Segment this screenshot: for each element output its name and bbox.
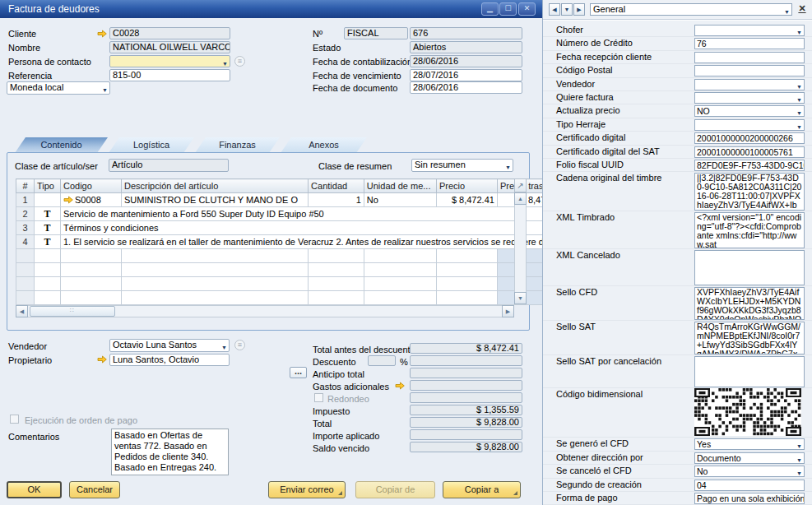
column-header[interactable]: Cantidad: [309, 179, 364, 193]
column-header[interactable]: Tipo: [35, 179, 61, 193]
tab-logistica[interactable]: Logística: [109, 137, 194, 153]
cell[interactable]: T: [35, 207, 61, 221]
cell[interactable]: [35, 193, 61, 207]
cell[interactable]: [436, 249, 497, 263]
field-input[interactable]: 82FD0E9F-F753-43D0-9C10-5A: [694, 160, 805, 171]
cell[interactable]: [16, 277, 35, 291]
field-dropdown[interactable]: No▼: [694, 466, 805, 477]
column-header[interactable]: #: [16, 179, 35, 193]
field-textarea[interactable]: ||3.2|82FD0E9F-F753-43D0-9C10-5A812C0A31…: [694, 173, 805, 211]
cell[interactable]: [121, 291, 308, 305]
cell[interactable]: [61, 249, 122, 263]
table-row[interactable]: 4T1. El servicio se realizará en el tall…: [16, 235, 557, 249]
cell[interactable]: $ 8,472.41: [436, 193, 497, 207]
field-input[interactable]: [694, 65, 805, 76]
field-input[interactable]: [694, 52, 805, 63]
cell[interactable]: T: [35, 235, 61, 249]
scroll-up-icon[interactable]: ▲: [514, 192, 527, 205]
copiar-a-button[interactable]: Copiar a: [443, 481, 521, 498]
field-textarea[interactable]: XVPFXhIaeyZhV3/TyE4AifWXcIbYLEHJDx+M5KYD…: [694, 287, 805, 320]
h-scrollbar-thumb[interactable]: ∷: [30, 306, 115, 317]
scroll-down-icon[interactable]: ▼: [514, 292, 527, 304]
link-arrow-icon[interactable]: [97, 30, 107, 38]
vendedor-dropdown[interactable]: Octavio Luna Santos▼: [109, 339, 230, 352]
table-row[interactable]: [16, 277, 557, 291]
field-textarea[interactable]: R4QsTmArroKGrWwGGM/mNPMEBptEKfJNI/8coI0r…: [694, 322, 805, 354]
field-dropdown[interactable]: Yes▼: [694, 438, 805, 450]
enviar-correo-button[interactable]: Enviar correo: [268, 481, 346, 498]
v-scrollbar[interactable]: [514, 192, 527, 304]
field-textarea[interactable]: <?xml version="1.0" encoding="utf-8"?><c…: [694, 212, 805, 248]
cell[interactable]: No: [364, 193, 436, 207]
grid-expand-icon[interactable]: ↗: [514, 178, 527, 192]
choose-from-list-icon[interactable]: ≡: [234, 340, 245, 350]
table-row[interactable]: 3TTérminos y condiciones: [16, 221, 557, 235]
prev-category-icon[interactable]: ◀: [549, 3, 560, 16]
close-panel-icon[interactable]: ✕: [795, 2, 810, 16]
field-input[interactable]: 20001000000100005761: [694, 146, 805, 158]
column-header[interactable]: Unidad de me...: [364, 179, 436, 193]
cell[interactable]: [61, 277, 122, 291]
cell[interactable]: [364, 249, 436, 263]
maximize-button[interactable]: ☐: [499, 2, 517, 16]
field-dropdown[interactable]: Documento▼: [694, 452, 805, 464]
cell[interactable]: Términos y condiciones: [61, 221, 557, 235]
propietario-field[interactable]: Luna Santos, Octavio: [109, 354, 230, 366]
cell[interactable]: 4: [16, 235, 35, 249]
field-textarea[interactable]: [694, 250, 805, 285]
cell[interactable]: [364, 291, 436, 305]
cell[interactable]: Servicio de mantenimiento a Ford 550 Sup…: [61, 207, 557, 221]
cell[interactable]: [61, 263, 122, 277]
cell[interactable]: [364, 263, 436, 277]
column-header[interactable]: Codigo: [61, 179, 122, 193]
table-row[interactable]: [16, 263, 557, 277]
cell[interactable]: [16, 249, 35, 263]
cell[interactable]: [35, 277, 61, 291]
clase-resumen-dropdown[interactable]: Sin resumen▼: [411, 159, 513, 172]
cell[interactable]: [61, 291, 122, 305]
cell[interactable]: T: [35, 221, 61, 235]
link-arrow-icon[interactable]: [97, 355, 107, 364]
referencia-field[interactable]: 815-00: [109, 69, 230, 81]
field-dropdown[interactable]: ▼: [694, 119, 805, 131]
link-arrow-icon[interactable]: [63, 196, 73, 204]
cell[interactable]: S0008: [61, 193, 122, 207]
link-arrow-icon[interactable]: [395, 382, 405, 390]
cell[interactable]: 3: [16, 221, 35, 235]
table-row[interactable]: [16, 291, 557, 305]
cell[interactable]: [364, 277, 436, 291]
field-input[interactable]: Pago en una sola exhibición: [694, 493, 805, 504]
cell[interactable]: 2: [16, 207, 35, 221]
cell[interactable]: [309, 291, 364, 305]
cell[interactable]: [16, 263, 35, 277]
cell[interactable]: SUMINISTRO DE CLUTCH Y MANO DE O: [121, 193, 308, 207]
cell[interactable]: [35, 291, 61, 305]
moneda-dropdown[interactable]: Moneda local▼: [7, 81, 110, 95]
table-row[interactable]: [16, 249, 557, 263]
field-dropdown[interactable]: NO▼: [694, 105, 805, 117]
cell[interactable]: 1: [309, 193, 364, 207]
field-input[interactable]: 20001000000200000266: [694, 132, 805, 144]
fecha-documento-field[interactable]: 28/06/2016: [410, 81, 522, 94]
tab-contenido[interactable]: Contenido: [15, 137, 108, 153]
cell[interactable]: [309, 277, 364, 291]
cell[interactable]: [436, 291, 497, 305]
category-menu-icon[interactable]: ▼: [561, 3, 573, 16]
tab-finanzas[interactable]: Finanzas: [195, 137, 280, 153]
field-dropdown[interactable]: ▼: [694, 25, 805, 36]
cancelar-button[interactable]: Cancelar: [69, 481, 120, 498]
table-row[interactable]: 2TServicio de mantenimiento a Ford 550 S…: [16, 207, 557, 221]
persona-contacto-dropdown[interactable]: ▼: [109, 55, 230, 67]
next-category-icon[interactable]: ▶: [573, 3, 585, 16]
cell[interactable]: [121, 263, 308, 277]
field-textarea[interactable]: [694, 356, 805, 387]
cell[interactable]: [309, 249, 364, 263]
fecha-vencimiento-field[interactable]: 28/07/2016: [410, 69, 522, 81]
cell[interactable]: [121, 277, 308, 291]
table-row[interactable]: 1S0008SUMINISTRO DE CLUTCH Y MANO DE O1N…: [16, 193, 557, 207]
choose-from-list-icon[interactable]: ≡: [234, 56, 245, 67]
ok-button[interactable]: OK: [7, 481, 62, 498]
cell[interactable]: [35, 263, 61, 277]
cell[interactable]: [436, 277, 497, 291]
field-input[interactable]: 04: [694, 480, 805, 491]
